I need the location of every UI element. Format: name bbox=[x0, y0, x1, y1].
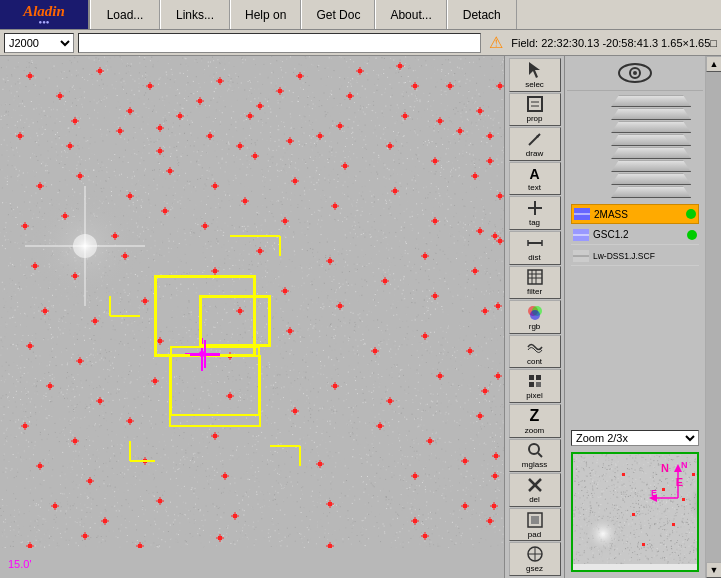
main-area: 15.0' selec prop draw A bbox=[0, 56, 721, 578]
about-button[interactable]: About... bbox=[375, 0, 446, 29]
detach-button[interactable]: Detach bbox=[447, 0, 517, 29]
svg-rect-20 bbox=[536, 375, 541, 380]
selection-box-2 bbox=[200, 296, 270, 346]
tool-rgb[interactable]: rgb bbox=[509, 300, 561, 334]
svg-text:N: N bbox=[681, 460, 688, 470]
catalog-status-gsc12 bbox=[687, 230, 697, 240]
compass-svg: N E bbox=[643, 458, 693, 508]
scroll-down-button[interactable]: ▼ bbox=[706, 562, 721, 578]
svg-point-23 bbox=[529, 444, 539, 454]
stack-layer-4 bbox=[611, 134, 691, 146]
coord-bar: J2000 B1950 Galactic ⚠ Field: 22:32:30.1… bbox=[0, 30, 721, 56]
catalog-row-2mass[interactable]: 2MASS bbox=[571, 204, 699, 224]
catalog-name-gsc12: GSC1.2 bbox=[593, 229, 683, 240]
tool-text[interactable]: A text bbox=[509, 162, 561, 196]
warning-icon: ⚠ bbox=[489, 33, 503, 52]
stack-layer-8 bbox=[611, 186, 691, 198]
links-button[interactable]: Links... bbox=[160, 0, 230, 29]
catalog-area: 2MASS GSC1.2 bbox=[567, 202, 703, 428]
tool-gsez[interactable]: gsez bbox=[509, 542, 561, 576]
stack-layer-6 bbox=[611, 160, 691, 172]
field-info: Field: 22:32:30.13 -20:58:41.3 1.65×1.65… bbox=[511, 37, 717, 49]
tool-mglass[interactable]: mglass bbox=[509, 439, 561, 473]
menu-bar: Aladin ●●● Load... Links... Help on Get … bbox=[0, 0, 721, 30]
tool-pixel[interactable]: pixel bbox=[509, 369, 561, 403]
catalog-icon-gsc12 bbox=[573, 229, 589, 241]
svg-rect-28 bbox=[531, 516, 539, 524]
tool-dist[interactable]: dist bbox=[509, 231, 561, 265]
svg-point-18 bbox=[530, 310, 540, 320]
svg-rect-1 bbox=[528, 97, 542, 111]
catalog-icon-2mass bbox=[574, 208, 590, 220]
crosshair-vertical bbox=[204, 340, 206, 368]
stack-layer-1 bbox=[611, 95, 691, 107]
catalog-name-2mass: 2MASS bbox=[594, 209, 682, 220]
coord-system-select[interactable]: J2000 B1950 Galactic bbox=[4, 33, 74, 53]
help-button[interactable]: Help on bbox=[230, 0, 301, 29]
tool-del[interactable]: del bbox=[509, 473, 561, 507]
catalog-icon-lw-dss1 bbox=[573, 250, 589, 262]
scroll-up-button[interactable]: ▲ bbox=[706, 56, 721, 72]
svg-text:E: E bbox=[651, 488, 657, 498]
svg-point-34 bbox=[633, 71, 637, 75]
catalog-row-lw-dss1[interactable]: Lw-DSS1.J.SCF bbox=[571, 246, 699, 266]
stack-layer-3 bbox=[611, 121, 691, 133]
tool-pad[interactable]: pad bbox=[509, 508, 561, 542]
svg-rect-11 bbox=[528, 270, 542, 284]
stack-layer-5 bbox=[611, 147, 691, 159]
tool-select[interactable]: selec bbox=[509, 58, 561, 92]
tool-zoom[interactable]: Z zoom bbox=[509, 404, 561, 438]
load-button[interactable]: Load... bbox=[90, 0, 160, 29]
catalog-name-lw-dss1: Lw-DSS1.J.SCF bbox=[593, 251, 697, 261]
stack-layer-2 bbox=[611, 108, 691, 120]
sky-canvas[interactable]: 15.0' bbox=[0, 56, 505, 578]
mini-preview: N E N E bbox=[571, 452, 699, 572]
tools-row: selec prop draw A text tag bbox=[505, 56, 705, 578]
catalog-status-2mass bbox=[686, 209, 696, 219]
scale-label: 15.0' bbox=[8, 558, 32, 570]
app-logo: Aladin ●●● bbox=[0, 0, 90, 29]
svg-rect-22 bbox=[536, 382, 541, 387]
eye-icon bbox=[617, 60, 653, 86]
stack-layer-7 bbox=[611, 173, 691, 185]
getdoc-button[interactable]: Get Doc bbox=[301, 0, 375, 29]
svg-rect-21 bbox=[529, 382, 534, 387]
catalog-row-gsc12[interactable]: GSC1.2 bbox=[571, 225, 699, 245]
eye-icon-area bbox=[567, 58, 703, 91]
tool-tag[interactable]: tag bbox=[509, 196, 561, 230]
coord-input[interactable] bbox=[78, 33, 481, 53]
selection-box-3 bbox=[170, 346, 260, 416]
tool-panel: selec prop draw A text tag bbox=[505, 56, 565, 578]
tool-draw[interactable]: draw bbox=[509, 127, 561, 161]
zoom-select[interactable]: Zoom 2/3x Zoom 1x Zoom 2x Zoom 4x bbox=[571, 430, 699, 446]
svg-line-24 bbox=[538, 453, 542, 457]
scrollbar-right: ▲ ▼ bbox=[705, 56, 721, 578]
layer-stacks bbox=[567, 91, 703, 198]
tool-prop[interactable]: prop bbox=[509, 93, 561, 127]
svg-marker-0 bbox=[529, 62, 540, 78]
scroll-track-v[interactable] bbox=[706, 72, 721, 562]
tools-and-layers: selec prop draw A text tag bbox=[505, 56, 705, 578]
tool-filter[interactable]: filter bbox=[509, 266, 561, 300]
tool-cont[interactable]: cont bbox=[509, 335, 561, 369]
layers-right: 2MASS GSC1.2 bbox=[565, 56, 705, 578]
svg-rect-19 bbox=[529, 375, 534, 380]
